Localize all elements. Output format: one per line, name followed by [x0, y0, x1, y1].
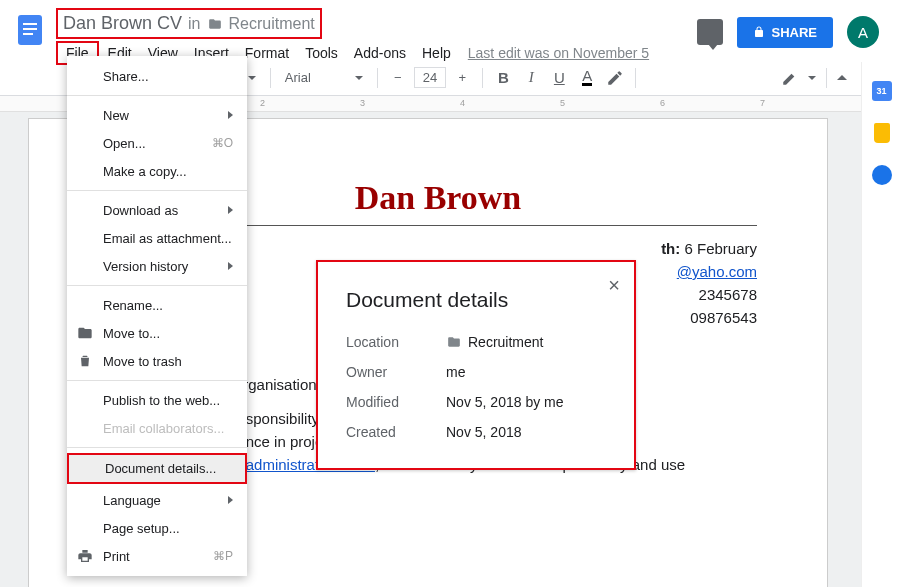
font-size-input[interactable]: 24 [414, 67, 446, 88]
svg-rect-2 [23, 28, 37, 30]
keep-icon[interactable] [871, 122, 893, 144]
file-menu-dropdown: Share... New Open...⌘O Make a copy... Do… [67, 56, 247, 576]
title-bar: Dan Brown CV in Recruitment [56, 8, 322, 39]
document-title[interactable]: Dan Brown CV [63, 13, 182, 34]
text-color-button[interactable]: A [575, 66, 599, 90]
account-avatar[interactable]: A [847, 16, 879, 48]
owner-value: me [446, 364, 465, 380]
document-details-dialog: × Document details Location Recruitment … [316, 260, 636, 470]
menu-addons[interactable]: Add-ons [347, 41, 413, 65]
location-label: Location [346, 334, 446, 350]
chevron-down-icon [248, 76, 256, 80]
menu-help[interactable]: Help [415, 41, 458, 65]
menu-download-as[interactable]: Download as [67, 196, 247, 224]
comments-icon[interactable] [697, 19, 723, 45]
menu-language[interactable]: Language [67, 486, 247, 514]
modified-value: Nov 5, 2018 by me [446, 394, 564, 410]
menu-make-copy[interactable]: Make a copy... [67, 157, 247, 185]
menu-page-setup[interactable]: Page setup... [67, 514, 247, 542]
menu-document-details[interactable]: Document details... [67, 453, 247, 484]
menu-print[interactable]: Print⌘P [67, 542, 247, 570]
owner-label: Owner [346, 364, 446, 380]
submenu-arrow-icon [228, 111, 233, 119]
close-icon[interactable]: × [608, 274, 620, 297]
created-value: Nov 5, 2018 [446, 424, 522, 440]
menu-email-collaborators: Email collaborators... [67, 414, 247, 442]
lock-icon [753, 25, 765, 39]
tasks-icon[interactable] [871, 164, 893, 186]
menu-email-attachment[interactable]: Email as attachment... [67, 224, 247, 252]
folder-name[interactable]: Recruitment [229, 15, 315, 33]
bold-button[interactable]: B [491, 66, 515, 90]
calendar-icon[interactable]: 31 [871, 80, 893, 102]
menu-share[interactable]: Share... [67, 62, 247, 90]
folder-icon [207, 17, 223, 31]
underline-button[interactable]: U [547, 66, 571, 90]
font-size-decrease[interactable]: − [386, 66, 410, 90]
editing-mode-button[interactable] [778, 66, 802, 90]
created-label: Created [346, 424, 446, 440]
menu-tools[interactable]: Tools [298, 41, 345, 65]
font-select[interactable]: Arial [279, 68, 369, 87]
print-icon [77, 548, 93, 564]
submenu-arrow-icon [228, 206, 233, 214]
share-button[interactable]: SHARE [737, 17, 833, 48]
in-label: in [188, 15, 200, 33]
submenu-arrow-icon [228, 262, 233, 270]
menu-rename[interactable]: Rename... [67, 291, 247, 319]
svg-rect-1 [23, 23, 37, 25]
last-edit-link[interactable]: Last edit was on November 5 [468, 45, 649, 61]
font-size-increase[interactable]: + [450, 66, 474, 90]
docs-logo-icon[interactable] [12, 12, 48, 48]
menu-move-to[interactable]: Move to... [67, 319, 247, 347]
submenu-arrow-icon [228, 496, 233, 504]
chevron-down-icon [808, 76, 816, 80]
svg-rect-3 [23, 33, 33, 35]
chevron-up-icon[interactable] [837, 75, 847, 80]
menu-open[interactable]: Open...⌘O [67, 129, 247, 157]
location-value: Recruitment [446, 334, 543, 350]
chevron-down-icon [355, 76, 363, 80]
trash-icon [77, 353, 93, 369]
italic-button[interactable]: I [519, 66, 543, 90]
menu-new[interactable]: New [67, 101, 247, 129]
menu-version-history[interactable]: Version history [67, 252, 247, 280]
modified-label: Modified [346, 394, 446, 410]
menu-move-to-trash[interactable]: Move to trash [67, 347, 247, 375]
dialog-title: Document details [346, 288, 606, 312]
side-panel: 31 [861, 62, 901, 587]
folder-icon [446, 335, 462, 349]
menu-publish[interactable]: Publish to the web... [67, 386, 247, 414]
highlight-button[interactable] [603, 66, 627, 90]
folder-icon [77, 325, 93, 341]
